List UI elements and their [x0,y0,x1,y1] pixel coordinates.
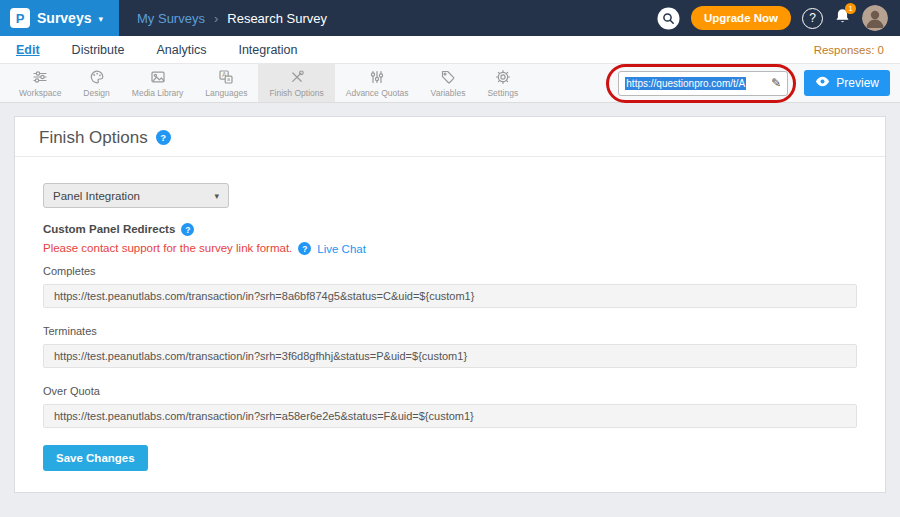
live-chat-link[interactable]: Live Chat [317,243,366,255]
support-note: Please contact support for the survey li… [43,241,292,256]
survey-url-wrap: https://questionpro.com/t/A ✎ [618,71,788,96]
preview-button-label: Preview [836,76,879,90]
toolbar-item-label: Settings [487,88,518,98]
finish-options-card: Finish Options ? Panel Integration ▾ Cus… [14,116,886,493]
card-body: Panel Integration ▾ Custom Panel Redirec… [15,157,885,471]
field-label-terminates: Terminates [43,325,857,338]
toolbar-item-label: Design [83,88,109,98]
toolbar-item-advance-quotas[interactable]: Advance Quotas [335,64,420,102]
field-label-over-quota: Over Quota [43,385,857,398]
translate-icon: Aa [218,69,234,85]
breadcrumb-my-surveys[interactable]: My Surveys [137,11,205,26]
responses-count: Responses: 0 [814,44,884,56]
panel-integration-select[interactable]: Panel Integration ▾ [43,183,229,208]
section-title: Custom Panel Redirects [43,222,175,237]
toolbar-item-label: Finish Options [269,88,323,98]
palette-icon [89,69,105,85]
card-header: Finish Options ? [15,117,885,157]
survey-url-selected-text: https://questionpro.com/t/A [625,77,746,90]
tab-integration[interactable]: Integration [238,43,297,57]
header-actions: Upgrade Now ? 1 [657,5,900,31]
edit-url-icon[interactable]: ✎ [771,76,781,90]
page-title: Finish Options [39,128,148,147]
toolbar-item-languages[interactable]: Aa Languages [194,64,258,102]
toolbar-item-media-library[interactable]: Media Library [121,64,195,102]
support-note-row: Please contact support for the survey li… [43,241,857,256]
toolbar-item-label: Workspace [19,88,61,98]
toolbar-item-label: Advance Quotas [346,88,409,98]
terminates-url-field[interactable]: https://test.peanutlabs.com/transaction/… [43,344,857,368]
toolbar-item-label: Variables [431,88,466,98]
toolbar-right: https://questionpro.com/t/A ✎ Preview [618,64,900,102]
tab-edit[interactable]: Edit [16,43,40,57]
live-chat-help-icon[interactable]: ? [298,242,311,255]
search-icon[interactable] [657,7,680,30]
tag-icon [440,69,456,85]
page-content: Finish Options ? Panel Integration ▾ Cus… [0,103,900,493]
product-switcher[interactable]: P Surveys ▾ [0,0,119,36]
toolbar-item-label: Languages [205,88,247,98]
breadcrumb: My Surveys › Research Survey [137,11,327,26]
tab-analytics[interactable]: Analytics [156,43,206,57]
survey-url-input[interactable]: https://questionpro.com/t/A ✎ [618,71,788,96]
avatar[interactable] [862,5,888,31]
toolbar-item-variables[interactable]: Variables [420,64,477,102]
edit-toolbar: Workspace Design Media Library Aa Langua… [0,63,900,103]
chevron-down-icon: ▾ [98,14,103,24]
sliders-icon [369,69,385,85]
over-quota-url-field[interactable]: https://test.peanutlabs.com/transaction/… [43,404,857,428]
toolbar-item-design[interactable]: Design [72,64,120,102]
tools-icon [289,69,305,85]
image-icon [150,69,166,85]
section-help-icon[interactable]: ? [181,223,194,236]
preview-button[interactable]: Preview [804,70,890,96]
upgrade-now-button[interactable]: Upgrade Now [691,6,791,30]
save-changes-button[interactable]: Save Changes [43,445,148,471]
survey-nav: Edit Distribute Analytics Integration Re… [0,36,900,63]
gear-icon [495,69,511,85]
questionpro-logo: P [10,8,30,28]
completes-url-field[interactable]: https://test.peanutlabs.com/transaction/… [43,284,857,308]
top-header: P Surveys ▾ My Surveys › Research Survey… [0,0,900,36]
help-icon[interactable]: ? [802,8,823,29]
product-name: Surveys [37,10,91,26]
notifications-bell-icon[interactable]: 1 [834,7,851,29]
finish-options-help-icon[interactable]: ? [156,130,171,145]
toolbar-item-label: Media Library [132,88,184,98]
notification-badge: 1 [845,3,856,14]
chevron-down-icon: ▾ [214,191,219,201]
toolbar-item-finish-options[interactable]: Finish Options [258,64,334,102]
workspace-icon [32,69,48,85]
breadcrumb-separator: › [214,11,218,26]
eye-icon [815,76,830,90]
custom-panel-redirects-heading: Custom Panel Redirects ? [43,222,857,237]
breadcrumb-current-survey: Research Survey [227,11,327,26]
toolbar-item-settings[interactable]: Settings [476,64,529,102]
panel-integration-select-value: Panel Integration [53,190,140,202]
field-label-completes: Completes [43,265,857,278]
toolbar-item-workspace[interactable]: Workspace [8,64,72,102]
tab-distribute[interactable]: Distribute [72,43,125,57]
